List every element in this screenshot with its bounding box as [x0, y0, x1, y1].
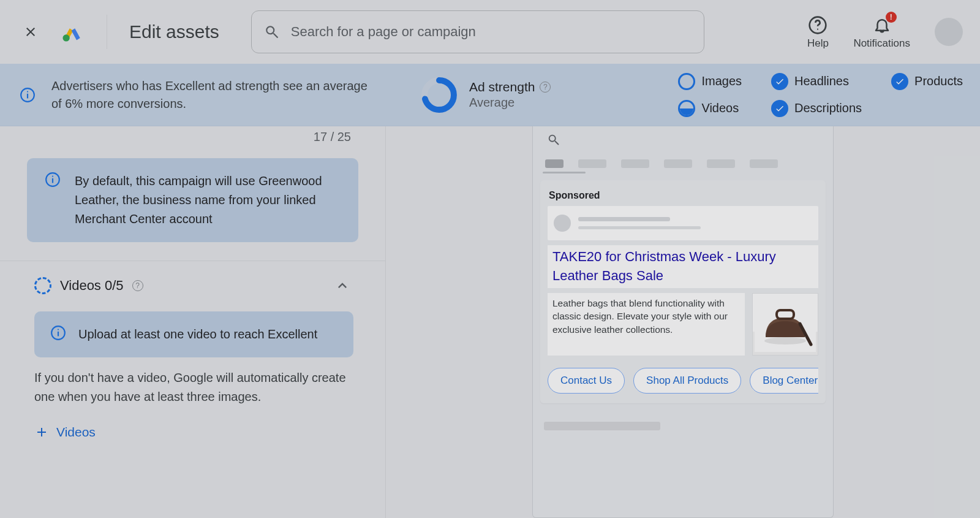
- help-icon: [808, 15, 827, 35]
- vertical-divider: [107, 15, 107, 49]
- plus-icon: [34, 425, 49, 440]
- collapse-toggle[interactable]: [331, 275, 353, 297]
- sponsored-label: Sponsored: [548, 188, 818, 206]
- asset-counter: 17 / 25: [314, 130, 351, 144]
- svg-point-2: [817, 29, 818, 30]
- banner-message: Advertisers who has Excellent ad strengt…: [51, 77, 370, 113]
- svg-point-13: [58, 329, 59, 330]
- assets-panel: 17 / 25 By default, this campaign will u…: [0, 126, 386, 518]
- ad-preview-card: Sponsored TAKE20 for Christmas Week - Lu…: [540, 180, 826, 403]
- search-input[interactable]: Search for a page or campaign: [291, 24, 692, 40]
- notification-alert-badge: !: [886, 12, 897, 23]
- check-icon: [771, 73, 788, 90]
- notifications-label: Notifications: [853, 37, 910, 50]
- preview-tab: [750, 159, 778, 168]
- sitelink-chip[interactable]: Shop All Products: [633, 368, 741, 394]
- videos-description: If you don't have a video, Google will a…: [34, 368, 353, 406]
- svg-point-16: [764, 337, 806, 345]
- help-tooltip-icon[interactable]: ?: [540, 82, 551, 93]
- hint-text: Upload at least one video to reach Excel…: [78, 325, 317, 344]
- svg-point-10: [52, 176, 53, 177]
- preview-tab: [707, 159, 735, 168]
- ad-description: Leather bags that blend functionality wi…: [548, 293, 745, 356]
- svg-point-0: [62, 34, 69, 41]
- placeholder-line: [578, 217, 670, 221]
- result-placeholder: [544, 422, 822, 430]
- preview-tab: [621, 159, 649, 168]
- close-button[interactable]: [17, 18, 44, 45]
- add-videos-button[interactable]: Videos: [34, 425, 96, 440]
- product-image: [752, 293, 818, 356]
- check-headlines[interactable]: Headlines: [771, 73, 862, 90]
- add-videos-label: Videos: [56, 425, 96, 440]
- circle-half-icon: [678, 100, 695, 117]
- notifications-button[interactable]: ! Notifications: [853, 14, 910, 50]
- top-bar: Edit assets Search for a page or campaig…: [0, 0, 980, 64]
- info-icon: [17, 85, 38, 105]
- asset-checklist: Images Headlines Products Videos Descrip…: [678, 73, 963, 117]
- placeholder-line: [578, 226, 701, 229]
- header-actions: Help ! Notifications: [807, 14, 963, 50]
- page-title: Edit assets: [129, 21, 219, 42]
- gauge-icon: [420, 76, 458, 114]
- videos-hint: Upload at least one video to reach Excel…: [34, 311, 353, 357]
- preview-tab: [545, 159, 564, 168]
- google-ads-logo: [60, 20, 85, 44]
- chevron-up-icon: [334, 277, 351, 294]
- preview-tab: [578, 159, 606, 168]
- close-icon: [23, 25, 38, 39]
- help-label: Help: [807, 37, 829, 50]
- help-button[interactable]: Help: [807, 14, 829, 50]
- search-icon: [545, 131, 562, 148]
- check-descriptions[interactable]: Descriptions: [771, 100, 862, 117]
- search-icon: [264, 24, 280, 40]
- ad-strength-gauge: Ad strength? Average: [420, 76, 551, 114]
- account-avatar[interactable]: [935, 18, 963, 46]
- info-icon: [43, 172, 62, 229]
- svg-point-5: [27, 91, 28, 92]
- advertiser-identity: [548, 206, 818, 240]
- preview-tab: [664, 159, 692, 168]
- business-name-info: By default, this campaign will use Green…: [27, 158, 358, 242]
- progress-empty-icon: [34, 277, 51, 294]
- check-videos[interactable]: Videos: [678, 100, 742, 117]
- search-preview: Sponsored TAKE20 for Christmas Week - Lu…: [532, 126, 834, 518]
- advertiser-avatar: [554, 215, 571, 232]
- preview-search-bar: [533, 126, 833, 159]
- videos-section: Videos 0/5 ? Upload at least one video t…: [0, 261, 385, 442]
- check-icon: [891, 73, 908, 90]
- ad-strength-title: Ad strength: [469, 80, 535, 94]
- ad-headline: TAKE20 for Christmas Week - Luxury Leath…: [548, 245, 818, 288]
- preview-panel: Sponsored TAKE20 for Christmas Week - Lu…: [386, 126, 980, 518]
- videos-section-header[interactable]: Videos 0/5 ?: [34, 275, 353, 297]
- check-images[interactable]: Images: [678, 73, 742, 90]
- info-text: By default, this campaign will use Green…: [75, 172, 342, 229]
- check-icon: [771, 100, 788, 117]
- check-products[interactable]: Products: [891, 73, 963, 90]
- info-icon: [50, 325, 66, 344]
- placeholder-line: [544, 422, 660, 430]
- ad-strength-banner: Advertisers who has Excellent ad strengt…: [0, 64, 980, 126]
- sitelink-chip[interactable]: Blog Center: [750, 368, 818, 394]
- sitelink-chip[interactable]: Contact Us: [548, 368, 625, 394]
- ad-strength-value: Average: [469, 96, 551, 110]
- videos-title: Videos 0/5: [60, 278, 124, 294]
- sitelink-chips: Contact Us Shop All Products Blog Center: [548, 368, 818, 394]
- help-tooltip-icon[interactable]: ?: [132, 280, 143, 291]
- circle-empty-icon: [678, 73, 695, 90]
- search-box[interactable]: Search for a page or campaign: [251, 10, 704, 53]
- preview-tabs: [533, 159, 833, 168]
